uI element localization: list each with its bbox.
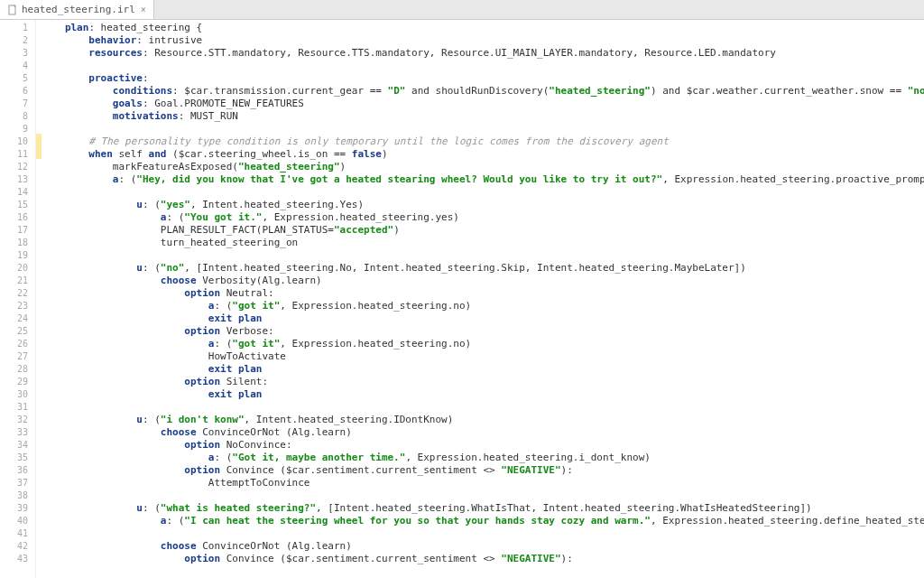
code-line	[47, 249, 924, 262]
line-number: 6	[0, 85, 35, 98]
line-number: 4	[0, 60, 35, 72]
code-line	[47, 401, 924, 414]
file-icon	[7, 5, 18, 15]
code-line: choose ConvinceOrNot (Alg.learn)	[47, 426, 924, 439]
file-tab[interactable]: heated_steering.irl ×	[0, 0, 154, 19]
line-number: 8	[0, 110, 35, 123]
line-number: 27	[0, 350, 35, 363]
code-line: exit plan	[47, 312, 924, 325]
line-number: 28	[0, 363, 35, 376]
line-number: 12	[0, 161, 35, 173]
code-line: goals: Goal.PROMOTE_NEW_FEATURES	[47, 98, 924, 110]
code-line: exit plan	[47, 388, 924, 401]
code-line	[47, 489, 924, 502]
line-number: 9	[0, 123, 35, 135]
code-line: behavior: intrusive	[47, 34, 924, 47]
code-line: PLAN_RESULT_FACT(PLAN_STATUS="accepted")	[47, 224, 924, 237]
line-number: 30	[0, 388, 35, 401]
line-number: 5	[0, 72, 35, 85]
line-number: 39	[0, 502, 35, 515]
code-area[interactable]: plan: heated_steering { behavior: intrus…	[42, 20, 924, 578]
line-number: 25	[0, 325, 35, 338]
code-line: option Neutral:	[47, 287, 924, 300]
line-number: 34	[0, 439, 35, 452]
line-number: 41	[0, 527, 35, 540]
line-number: 16	[0, 211, 35, 224]
code-line: motivations: MUST_RUN	[47, 110, 924, 123]
line-number: 35	[0, 452, 35, 464]
line-number: 42	[0, 540, 35, 553]
code-line: # The personality type condition is only…	[47, 135, 924, 148]
code-line: a: ("got it", Expression.heated_steering…	[47, 338, 924, 350]
line-number: 31	[0, 401, 35, 414]
code-line: turn_heated_steering_on	[47, 237, 924, 249]
line-number: 11	[0, 148, 35, 161]
line-number: 20	[0, 262, 35, 275]
code-line: a: ("You got it.", Expression.heated_ste…	[47, 211, 924, 224]
line-number: 19	[0, 249, 35, 262]
code-line: plan: heated_steering {	[47, 22, 924, 34]
line-number: 40	[0, 515, 35, 527]
code-line: proactive:	[47, 72, 924, 85]
code-line: HowToActivate	[47, 350, 924, 363]
tab-bar: heated_steering.irl ×	[0, 0, 924, 20]
line-number: 15	[0, 199, 35, 211]
code-line: choose Verbosity(Alg.learn)	[47, 275, 924, 287]
line-number: 43	[0, 553, 35, 565]
line-number: 38	[0, 489, 35, 502]
line-number: 21	[0, 275, 35, 287]
tab-filename: heated_steering.irl	[22, 4, 135, 15]
code-line: a: ("I can heat the steering wheel for y…	[47, 515, 924, 527]
line-number-gutter: 1234567891011121314151617181920212223242…	[0, 20, 36, 578]
close-icon[interactable]: ×	[141, 5, 146, 14]
code-line: a: ("Hey, did you know that I've got a h…	[47, 173, 924, 186]
line-number: 14	[0, 186, 35, 199]
code-line: AttemptToConvince	[47, 477, 924, 489]
code-line: option Silent:	[47, 376, 924, 388]
code-line: conditions: $car.transmission.current_ge…	[47, 85, 924, 98]
line-number: 37	[0, 477, 35, 489]
code-line: option Convince ($car.sentiment.current_…	[47, 553, 924, 565]
code-line	[47, 186, 924, 199]
line-number: 1	[0, 22, 35, 34]
code-line: option Convince ($car.sentiment.current_…	[47, 464, 924, 477]
line-number: 36	[0, 464, 35, 477]
line-number: 13	[0, 173, 35, 186]
code-line: u: ("no", [Intent.heated_steering.No, In…	[47, 262, 924, 275]
code-line: choose ConvinceOrNot (Alg.learn)	[47, 540, 924, 553]
code-line: exit plan	[47, 363, 924, 376]
code-line	[47, 123, 924, 135]
code-line	[47, 60, 924, 72]
line-number: 29	[0, 376, 35, 388]
line-number: 24	[0, 312, 35, 325]
code-line: resources: Resource.STT.mandatory, Resou…	[47, 47, 924, 60]
code-line: u: ("i don't konw", Intent.heated_steeri…	[47, 414, 924, 426]
line-number: 7	[0, 98, 35, 110]
editor: 1234567891011121314151617181920212223242…	[0, 20, 924, 578]
code-line: when self and ($car.steering_wheel.is_on…	[47, 148, 924, 161]
line-number: 26	[0, 338, 35, 350]
code-line: option NoConvince:	[47, 439, 924, 452]
line-number: 10	[0, 135, 35, 148]
line-number: 23	[0, 300, 35, 312]
code-line: markFeatureAsExposed("heated_steering")	[47, 161, 924, 173]
line-number: 22	[0, 287, 35, 300]
code-line: a: ("Got it, maybe another time.", Expre…	[47, 452, 924, 464]
code-line: u: ("yes", Intent.heated_steering.Yes)	[47, 199, 924, 211]
line-number: 3	[0, 47, 35, 60]
line-number: 2	[0, 34, 35, 47]
line-number: 32	[0, 414, 35, 426]
code-line: a: ("got it", Expression.heated_steering…	[47, 300, 924, 312]
code-line: u: ("what is heated steering?", [Intent.…	[47, 502, 924, 515]
code-line	[47, 527, 924, 540]
line-number: 18	[0, 237, 35, 249]
line-number: 17	[0, 224, 35, 237]
line-number: 33	[0, 426, 35, 439]
code-line: option Verbose:	[47, 325, 924, 338]
